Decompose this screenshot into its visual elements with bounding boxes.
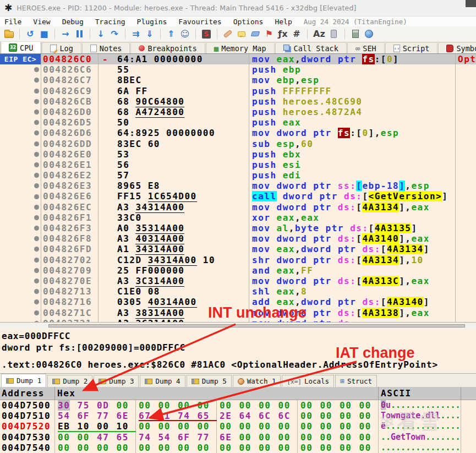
breakpoint-gutter[interactable]	[0, 212, 41, 223]
menu-options[interactable]: Options	[233, 18, 264, 26]
stop-icon[interactable]: ■	[39, 29, 49, 40]
breakpoint-gutter[interactable]	[0, 64, 41, 75]
disasm-row[interactable]: 004826DD83EC 60sub esp,60	[0, 139, 476, 149]
breakpoint-dot-icon[interactable]	[34, 152, 39, 157]
disasm-row[interactable]: 004826ECA3 34314A00mov dword ptr ds:[4A3…	[0, 202, 476, 212]
step-out-icon[interactable]: ⇓	[145, 29, 155, 40]
breakpoint-dot-icon[interactable]	[34, 289, 39, 294]
patch-icon[interactable]	[223, 29, 233, 40]
disasm-row[interactable]: 00482702C12D 34314A00 10shr dword ptr ds…	[0, 255, 476, 265]
breakpoint-dot-icon[interactable]	[34, 99, 39, 104]
disasm-row[interactable]: 0048270EA3 3C314A00mov dword ptr ds:[4A3…	[0, 276, 476, 286]
function-icon[interactable]: ƒx	[278, 29, 288, 40]
execute-till-return-icon[interactable]: ⇑	[166, 29, 176, 40]
disasm-row[interactable]: 004826F3A0 35314A00mov al,byte ptr ds:[4…	[0, 223, 476, 233]
breakpoint-dot-icon[interactable]	[34, 258, 39, 263]
breakpoint-gutter[interactable]	[0, 318, 41, 322]
breakpoint-dot-icon[interactable]	[34, 120, 39, 125]
breakpoint-dot-icon[interactable]	[34, 78, 39, 83]
dump-tab-locals[interactable]: Locals	[282, 375, 334, 387]
breakpoint-dot-icon[interactable]	[34, 279, 39, 283]
restart-icon[interactable]: ↺	[25, 29, 35, 40]
breakpoint-gutter[interactable]	[0, 233, 41, 244]
text-encoding-icon[interactable]: Az	[313, 29, 325, 40]
hash-icon[interactable]: #	[292, 29, 302, 40]
disasm-row[interactable]: 004826E156push esi	[0, 160, 476, 170]
breakpoint-gutter[interactable]	[0, 139, 41, 149]
dump-tab-struct[interactable]: Struct	[335, 375, 377, 387]
menu-view[interactable]: View	[33, 18, 50, 26]
horizontal-scrollbar[interactable]	[0, 322, 476, 329]
breakpoint-gutter[interactable]	[0, 170, 41, 181]
breakpoint-gutter[interactable]	[0, 223, 41, 233]
menu-debug[interactable]: Debug	[62, 18, 84, 26]
seh-chain-icon[interactable]: S	[201, 29, 211, 40]
tab-log[interactable]: Log	[42, 42, 81, 53]
breakpoint-dot-icon[interactable]	[34, 67, 39, 72]
breakpoint-dot-icon[interactable]	[34, 205, 39, 210]
disasm-row[interactable]: 004826D068 A4724800push heroes.4872A4	[0, 107, 476, 117]
tab-notes[interactable]: Notes	[82, 42, 130, 53]
tab-cpu[interactable]: CPU	[1, 42, 41, 53]
breakpoint-dot-icon[interactable]	[34, 310, 39, 315]
breakpoint-gutter[interactable]	[0, 265, 41, 276]
tab-memory-map[interactable]: Memory Map	[206, 42, 275, 53]
open-file-icon[interactable]	[4, 29, 14, 40]
breakpoint-gutter[interactable]	[0, 255, 41, 265]
tab-script[interactable]: Script	[385, 42, 438, 53]
bookmark-icon[interactable]: ⚑	[264, 29, 274, 40]
breakpoint-dot-icon[interactable]	[34, 247, 39, 252]
breakpoint-gutter[interactable]	[0, 202, 41, 212]
disasm-row[interactable]: 004826E6FF15 1C654D00call dword ptr ds:[…	[0, 191, 476, 201]
breakpoint-gutter[interactable]	[0, 86, 41, 96]
step-over-icon[interactable]: ↷	[110, 29, 119, 40]
breakpoint-dot-icon[interactable]	[34, 226, 39, 231]
disasm-row[interactable]: 004826E257push edi	[0, 170, 476, 181]
dump-tab-dump-5[interactable]: Dump 5	[187, 375, 232, 387]
disasm-row[interactable]: EIP EC>004826C064:A1 00000000mov eax,dwo…	[0, 54, 476, 64]
breakpoint-gutter[interactable]	[0, 191, 41, 201]
breakpoint-gutter[interactable]: EIP EC>	[0, 54, 41, 64]
breakpoint-gutter[interactable]	[0, 181, 41, 191]
disasm-row[interactable]: 004826C96A FFpush FFFFFFFF	[0, 86, 476, 96]
calculator-icon[interactable]	[351, 29, 360, 40]
breakpoint-gutter[interactable]	[0, 75, 41, 85]
label-icon[interactable]	[250, 29, 260, 40]
breakpoint-dot-icon[interactable]	[34, 173, 39, 178]
menu-help[interactable]: Help	[275, 18, 292, 26]
breakpoint-dot-icon[interactable]	[34, 183, 39, 188]
disasm-row[interactable]: 004826F133C0xor eax,eax	[0, 212, 476, 223]
breakpoint-dot-icon[interactable]	[34, 110, 39, 114]
dump-tab-dump-2[interactable]: Dump 2	[47, 375, 92, 387]
breakpoint-dot-icon[interactable]	[34, 141, 39, 146]
menu-file[interactable]: File	[4, 18, 21, 26]
breakpoint-gutter[interactable]	[0, 244, 41, 254]
breakpoint-dot-icon[interactable]	[34, 299, 39, 304]
breakpoint-dot-icon[interactable]	[34, 89, 39, 94]
dump-tab-dump-1[interactable]: Dump 1	[1, 374, 46, 387]
hex-row[interactable]: 004D754000000000000000000000000000000000…	[0, 443, 476, 453]
disasm-row[interactable]: 004826E38965 E8mov dword ptr ss:[ebp-18]…	[0, 181, 476, 191]
disasm-row[interactable]: 0048270925 FF000000and eax,FF	[0, 265, 476, 276]
breakpoint-gutter[interactable]	[0, 308, 41, 318]
comment-icon[interactable]	[237, 29, 247, 40]
menu-plugins[interactable]: Plugins	[137, 18, 167, 26]
dump-tab-watch-1[interactable]: Watch 1	[233, 375, 281, 387]
disasm-row[interactable]: 004826C655push ebp	[0, 64, 476, 75]
tab-symbols[interactable]: Symbols	[438, 42, 476, 53]
breakpoint-gutter[interactable]	[0, 297, 41, 307]
disasm-row[interactable]: 004826C78BECmov ebp,esp	[0, 75, 476, 85]
globe-icon[interactable]	[364, 29, 374, 40]
attach-icon[interactable]: ☺	[180, 29, 190, 40]
breakpoint-gutter[interactable]	[0, 107, 41, 117]
disasm-row[interactable]: 00482713C1E0 08shl eax,8	[0, 286, 476, 297]
step-into-icon[interactable]: ↓	[96, 29, 106, 40]
breakpoint-dot-icon[interactable]	[34, 236, 39, 241]
breakpoint-gutter[interactable]	[0, 117, 41, 128]
disasm-row[interactable]: 004826CB68 90C64800push heroes.48C690	[0, 96, 476, 107]
menu-tracing[interactable]: Tracing	[95, 18, 125, 26]
pause-icon[interactable]	[74, 29, 84, 40]
disasm-row[interactable]: 004826D550push eax	[0, 117, 476, 128]
run-to-user-icon[interactable]: ⇉	[131, 29, 141, 40]
breakpoint-gutter[interactable]	[0, 160, 41, 170]
